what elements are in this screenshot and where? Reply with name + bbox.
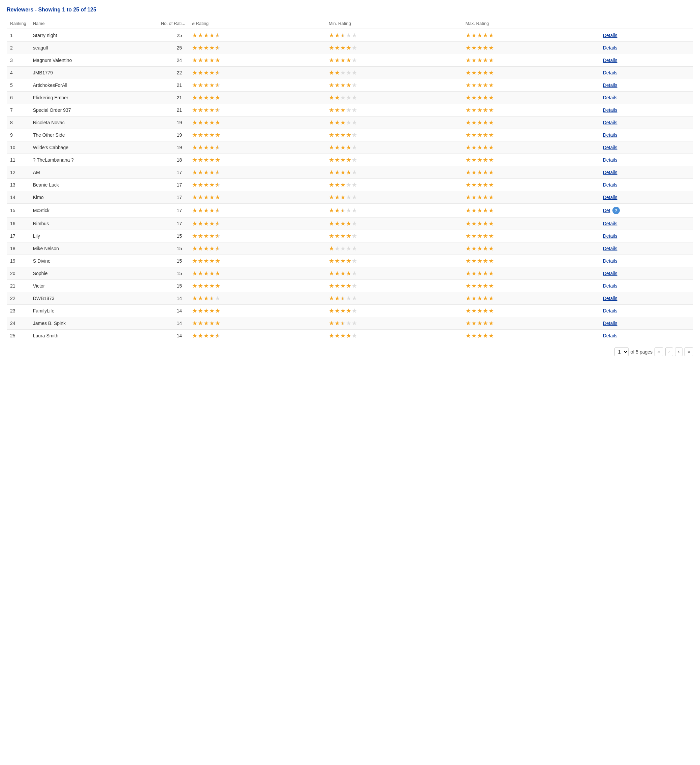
next-page-button[interactable]: ›	[675, 348, 683, 356]
details-link[interactable]: Details	[599, 91, 693, 104]
table-row: 18 Mike Nelson 15 ★★★★★★ ★★★★★ ★★★★★ Det…	[7, 242, 693, 255]
details-link[interactable]: Details	[599, 317, 693, 330]
rank-cell: 3	[7, 54, 30, 67]
rank-cell: 25	[7, 330, 30, 342]
max-rating-cell: ★★★★★	[462, 104, 599, 116]
details-link[interactable]: Details	[599, 129, 693, 142]
table-row: 11 ? TheLambanana ? 18 ★★★★★ ★★★★★ ★★★★★…	[7, 154, 693, 166]
details-link[interactable]: Details	[599, 217, 693, 230]
details-link[interactable]: Details	[599, 116, 693, 129]
name-cell: JMB1779	[30, 67, 158, 79]
count-cell: 15	[158, 268, 189, 280]
avg-rating-cell: ★★★★★★	[189, 217, 325, 230]
name-cell: DWB1873	[30, 292, 158, 305]
name-cell: Starry night	[30, 29, 158, 42]
total-pages-text: of 5 pages	[631, 349, 653, 354]
max-rating-cell: ★★★★★	[462, 179, 599, 191]
avg-rating-cell: ★★★★★★	[189, 104, 325, 116]
details-link[interactable]: Details	[599, 79, 693, 91]
rank-cell: 21	[7, 280, 30, 292]
details-link[interactable]: Details	[599, 142, 693, 154]
table-row: 22 DWB1873 14 ★★★★★★ ★★★★★★ ★★★★★ Detail…	[7, 292, 693, 305]
details-link[interactable]: Details	[599, 191, 693, 204]
min-rating-cell: ★★★★★	[325, 79, 462, 91]
rank-cell: 15	[7, 204, 30, 217]
min-rating-cell: ★★★★★	[325, 191, 462, 204]
table-row: 21 Victor 15 ★★★★★ ★★★★★ ★★★★★ Details	[7, 280, 693, 292]
count-cell: 18	[158, 154, 189, 166]
rank-cell: 6	[7, 91, 30, 104]
max-rating-cell: ★★★★★	[462, 166, 599, 179]
rank-cell: 23	[7, 305, 30, 317]
max-rating-cell: ★★★★★	[462, 242, 599, 255]
min-rating-cell: ★★★★★	[325, 91, 462, 104]
details-link[interactable]: Details	[599, 54, 693, 67]
details-link[interactable]: Details	[599, 268, 693, 280]
min-rating-cell: ★★★★★	[325, 116, 462, 129]
rank-cell: 22	[7, 292, 30, 305]
max-rating-cell: ★★★★★	[462, 79, 599, 91]
avg-rating-cell: ★★★★★	[189, 305, 325, 317]
table-row: 24 James B. Spink 14 ★★★★★ ★★★★★★ ★★★★★ …	[7, 317, 693, 330]
details-link[interactable]: Details	[599, 154, 693, 166]
name-cell: Wilde's Cabbage	[30, 142, 158, 154]
page-select[interactable]: 12345	[615, 348, 629, 356]
name-cell: Magnum Valentino	[30, 54, 158, 67]
avg-rating-cell: ★★★★★★	[189, 142, 325, 154]
avg-rating-cell: ★★★★★★	[189, 204, 325, 217]
min-rating-cell: ★★★★★★	[325, 204, 462, 217]
details-link[interactable]: Details	[599, 230, 693, 242]
name-cell: FamilyLife	[30, 305, 158, 317]
details-link[interactable]: Details	[599, 67, 693, 79]
details-link[interactable]: Details	[599, 330, 693, 342]
avg-rating-cell: ★★★★★★	[189, 79, 325, 91]
min-rating-cell: ★★★★★	[325, 255, 462, 268]
details-link[interactable]: Details	[599, 242, 693, 255]
min-rating-cell: ★★★★★	[325, 305, 462, 317]
name-cell: S Divine	[30, 255, 158, 268]
table-row: 4 JMB1779 22 ★★★★★★ ★★★★★ ★★★★★ Details	[7, 67, 693, 79]
avg-rating-cell: ★★★★★★	[189, 230, 325, 242]
rank-cell: 10	[7, 142, 30, 154]
name-cell: AM	[30, 166, 158, 179]
count-cell: 14	[158, 317, 189, 330]
max-rating-cell: ★★★★★	[462, 91, 599, 104]
table-row: 17 Lily 15 ★★★★★★ ★★★★★ ★★★★★ Details	[7, 230, 693, 242]
details-link[interactable]: Details	[599, 179, 693, 191]
details-link[interactable]: Details	[599, 166, 693, 179]
table-row: 2 seagull 25 ★★★★★★ ★★★★★ ★★★★★ Details	[7, 42, 693, 54]
details-link[interactable]: Details	[599, 29, 693, 42]
name-cell: Special Order 937	[30, 104, 158, 116]
rank-cell: 16	[7, 217, 30, 230]
rank-cell: 8	[7, 116, 30, 129]
max-rating-cell: ★★★★★	[462, 154, 599, 166]
details-link[interactable]: Details	[599, 292, 693, 305]
details-link[interactable]: Details	[599, 305, 693, 317]
col-avg-rating: ⌀ Rating	[189, 18, 325, 29]
details-link[interactable]: Details	[599, 255, 693, 268]
count-cell: 19	[158, 116, 189, 129]
avg-rating-cell: ★★★★★★	[189, 179, 325, 191]
max-rating-cell: ★★★★★	[462, 317, 599, 330]
details-link[interactable]: Det?	[599, 204, 693, 217]
details-link[interactable]: Details	[599, 42, 693, 54]
count-cell: 17	[158, 191, 189, 204]
count-cell: 19	[158, 142, 189, 154]
max-rating-cell: ★★★★★	[462, 204, 599, 217]
min-rating-cell: ★★★★★	[325, 179, 462, 191]
avg-rating-cell: ★★★★★★	[189, 330, 325, 342]
details-link[interactable]: Details	[599, 104, 693, 116]
prev-page-button[interactable]: ‹	[665, 348, 673, 356]
table-row: 8 Nicoleta Novac 19 ★★★★★ ★★★★★ ★★★★★ De…	[7, 116, 693, 129]
details-link[interactable]: Details	[599, 280, 693, 292]
rank-cell: 14	[7, 191, 30, 204]
first-page-button[interactable]: «	[654, 348, 663, 356]
min-rating-cell: ★★★★★	[325, 54, 462, 67]
count-cell: 17	[158, 217, 189, 230]
table-row: 9 The Other Side 19 ★★★★★ ★★★★★ ★★★★★ De…	[7, 129, 693, 142]
table-row: 23 FamilyLife 14 ★★★★★ ★★★★★ ★★★★★ Detai…	[7, 305, 693, 317]
name-cell: Kimo	[30, 191, 158, 204]
name-cell: Laura Smith	[30, 330, 158, 342]
last-page-button[interactable]: »	[684, 348, 693, 356]
max-rating-cell: ★★★★★	[462, 67, 599, 79]
